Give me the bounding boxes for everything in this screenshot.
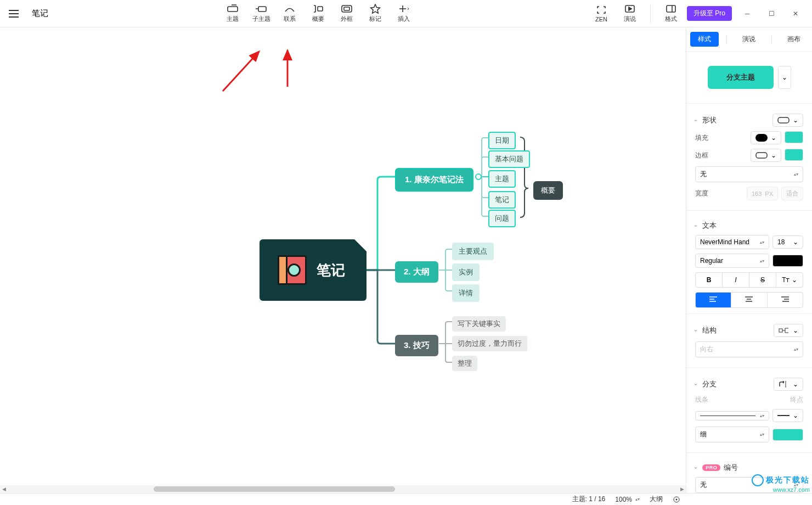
branch-line-select[interactable]: ▴▾	[695, 411, 769, 420]
scroll-left-button[interactable]: ◀	[0, 485, 8, 493]
subtopic[interactable]: 主要观点	[452, 243, 494, 260]
subtopic[interactable]: 主题	[488, 170, 516, 188]
stepper-icon[interactable]: ▴▾	[635, 498, 640, 501]
text-color-swatch[interactable]	[772, 255, 803, 267]
strike-button[interactable]: S	[749, 273, 776, 287]
width-label: 宽度	[695, 189, 708, 198]
subtopic[interactable]: 笔记	[488, 191, 516, 209]
font-family-select[interactable]: NeverMind Hand▴▾	[695, 235, 769, 249]
italic-button[interactable]: I	[723, 273, 749, 287]
central-topic[interactable]: 笔记	[260, 239, 366, 301]
border-style-select[interactable]: ⌄	[751, 149, 781, 162]
topic-count: 主题: 1 / 16	[572, 495, 606, 504]
present-button[interactable]: 演说	[617, 2, 642, 25]
tab-style[interactable]: 样式	[690, 32, 719, 47]
scrollbar-thumb[interactable]	[154, 486, 395, 492]
stepper-icon: ▴▾	[760, 241, 764, 244]
subtopic[interactable]: 问题	[488, 210, 516, 227]
subtopic-button[interactable]: 子主题	[249, 2, 274, 25]
minimize-button[interactable]: ─	[735, 5, 759, 23]
format-button[interactable]: 格式	[658, 2, 684, 25]
align-center-button[interactable]	[731, 293, 767, 307]
align-left-button[interactable]	[696, 293, 731, 307]
relation-button[interactable]: 联系	[277, 2, 302, 25]
canvas[interactable]: 笔记 1. 康奈尔笔记法 日期 基本问题 主题 笔记 问题 概要 2. 大纲 主…	[0, 27, 686, 493]
tab-canvas[interactable]: 画布	[780, 32, 808, 47]
shape-section: ›形状 ⌄ 填充 ⌄ 边框 ⌄	[686, 104, 812, 211]
selection-handle-icon[interactable]	[475, 173, 482, 180]
separator	[650, 4, 651, 24]
tab-present[interactable]: 演说	[735, 32, 763, 47]
maximize-button[interactable]: ☐	[759, 5, 783, 23]
shape-select[interactable]: ⌄	[772, 114, 803, 127]
border-label: 边框	[695, 151, 708, 160]
branch-end-select[interactable]: ⌄	[772, 409, 803, 422]
annotation-arrow-icon	[278, 46, 300, 90]
subtopic[interactable]: 详情	[452, 284, 480, 302]
main-area: 笔记 1. 康奈尔笔记法 日期 基本问题 主题 笔记 问题 概要 2. 大纲 主…	[0, 27, 812, 493]
upgrade-pro-button[interactable]: 升级至 Pro	[687, 6, 732, 21]
subtopic[interactable]: 切勿过度，量力而行	[452, 336, 527, 351]
chevron-down-icon: ›	[693, 383, 699, 385]
structure-select[interactable]: ⌄	[774, 324, 803, 337]
branch-topic-2[interactable]: 2. 大纲	[395, 261, 438, 283]
svg-rect-15	[756, 153, 767, 158]
subtopic[interactable]: 日期	[488, 132, 516, 149]
fill-color-swatch[interactable]	[785, 131, 803, 143]
notebook-icon	[281, 255, 307, 285]
branch-style-select[interactable]: ⌄	[774, 378, 803, 391]
stepper-icon: ▴▾	[794, 173, 798, 176]
subtopic[interactable]: 实例	[452, 263, 480, 281]
svg-rect-25	[779, 329, 782, 332]
branch-color-swatch[interactable]	[772, 429, 803, 441]
chevron-down-icon: ⌄	[793, 116, 798, 124]
chevron-down-icon: ⌄	[793, 380, 798, 388]
toolbar: 主题 子主题 联系 概要 外框 标记 插入	[48, 2, 589, 25]
line-icon	[700, 416, 755, 416]
color-swatch-icon	[755, 134, 768, 142]
node-type-button[interactable]: 分支主题	[708, 66, 774, 89]
close-button[interactable]: ✕	[783, 5, 808, 23]
horizontal-scrollbar[interactable]: ◀ ▶	[0, 485, 686, 493]
toolbar-right: ZEN 演说 格式 升级至 Pro ─ ☐ ✕	[589, 2, 812, 25]
marker-button[interactable]: 标记	[363, 2, 388, 25]
summary-topic[interactable]: 概要	[533, 181, 563, 200]
menu-button[interactable]	[0, 13, 27, 14]
align-right-icon	[781, 296, 790, 302]
text-case-button[interactable]: Tᴛ ⌄	[776, 273, 803, 287]
numbering-select[interactable]: 无▴▾	[695, 477, 803, 493]
subtopic[interactable]: 写下关键事实	[452, 316, 506, 332]
border-line-select[interactable]: 无 ▴▾	[695, 166, 803, 182]
marker-label: 标记	[369, 15, 381, 23]
bold-button[interactable]: B	[696, 273, 723, 287]
numbering-label: 编号	[724, 463, 738, 473]
play-icon	[624, 4, 636, 14]
border-color-swatch[interactable]	[785, 149, 803, 161]
font-weight-select[interactable]: Regular▴▾	[695, 254, 769, 268]
branch-topic-1[interactable]: 1. 康奈尔笔记法	[395, 168, 473, 192]
zoom-control[interactable]: 100%▴▾	[615, 496, 640, 503]
node-type-dropdown[interactable]: ⌄	[778, 66, 791, 89]
fit-button[interactable]	[673, 496, 680, 503]
align-right-button[interactable]	[768, 293, 803, 307]
tree-right-icon	[779, 327, 790, 334]
insert-button[interactable]: 插入	[391, 2, 416, 25]
subtopic[interactable]: 基本问题	[488, 150, 530, 168]
subtopic[interactable]: 整理	[452, 356, 477, 371]
branch-thickness-select[interactable]: 细▴▾	[695, 427, 769, 442]
fold-corner-icon	[354, 239, 366, 251]
branch-topic-3[interactable]: 3. 技巧	[395, 335, 438, 356]
subtopic-icon	[255, 4, 267, 14]
plus-icon	[398, 4, 410, 14]
boundary-button[interactable]: 外框	[334, 2, 359, 25]
branch-topic-2-text: 2. 大纲	[404, 267, 430, 277]
view-mode-toggle[interactable]: 大纲	[650, 495, 663, 504]
document-title: 笔记	[27, 8, 48, 19]
font-size-select[interactable]: 18⌄	[772, 235, 803, 249]
zen-button[interactable]: ZEN	[589, 3, 614, 25]
summary-button[interactable]: 概要	[306, 2, 331, 25]
scroll-right-button[interactable]: ▶	[678, 485, 686, 493]
svg-rect-4	[318, 7, 323, 11]
fill-color-select[interactable]: ⌄	[751, 131, 781, 144]
topic-button[interactable]: 主题	[220, 2, 245, 25]
